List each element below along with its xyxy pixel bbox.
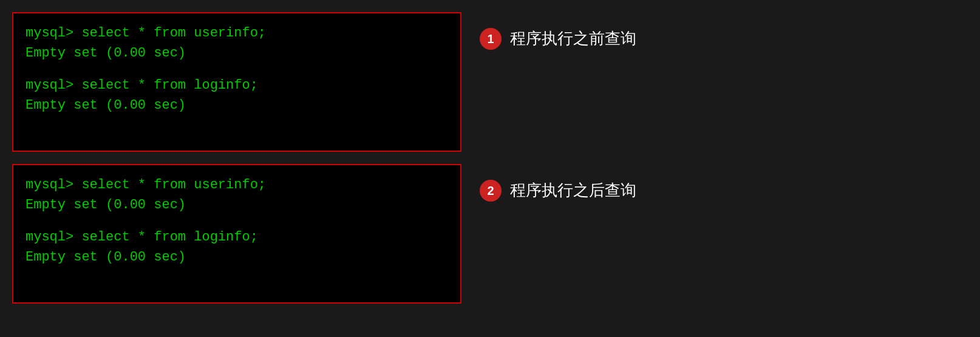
badge-2: 2 — [480, 180, 502, 202]
label-text-1: 程序执行之前查询 — [510, 28, 636, 49]
terminal-line-1-4: Empty set (0.00 sec) — [26, 95, 448, 115]
terminal-line-1-3: mysql> select * from loginfo; — [26, 75, 448, 95]
label-text-2: 程序执行之后查询 — [510, 180, 636, 201]
terminal-line-1-2: Empty set (0.00 sec) — [26, 43, 448, 63]
label-row-1: 1 程序执行之前查询 — [480, 18, 636, 158]
terminal-line-2-1: mysql> select * from userinfo; — [26, 175, 448, 195]
spacer-1 — [26, 63, 448, 75]
spacer-2 — [26, 215, 448, 227]
terminal-line-1-1: mysql> select * from userinfo; — [26, 23, 448, 43]
terminal-box-2: mysql> select * from userinfo; Empty set… — [12, 164, 461, 304]
panels-container: mysql> select * from userinfo; Empty set… — [12, 12, 461, 304]
terminal-box-1: mysql> select * from userinfo; Empty set… — [12, 12, 461, 152]
labels-container: 1 程序执行之前查询 2 程序执行之后查询 — [480, 12, 636, 310]
terminal-line-2-3: mysql> select * from loginfo; — [26, 227, 448, 247]
label-row-2: 2 程序执行之后查询 — [480, 170, 636, 310]
terminal-line-2-4: Empty set (0.00 sec) — [26, 247, 448, 267]
terminal-line-2-2: Empty set (0.00 sec) — [26, 195, 448, 215]
badge-1: 1 — [480, 28, 502, 50]
